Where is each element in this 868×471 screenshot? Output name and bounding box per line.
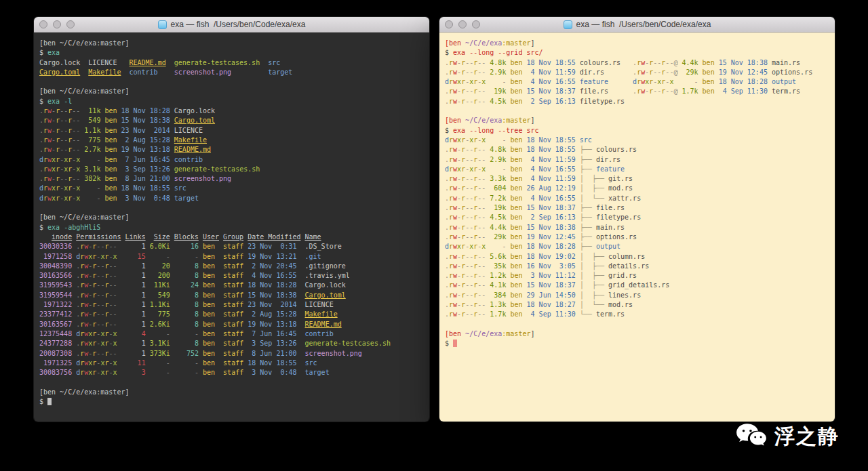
terminal-line: 20087308 .rw-r--r-- 1 373Ki 752 ben staf… <box>39 349 424 359</box>
terminal-content[interactable]: [ben ~/C/e/exa:master]$ exaCargo.lock LI… <box>34 33 429 422</box>
terminal-line: drwxr-xr-x - ben 4 Nov 16:55 ├── feature <box>445 165 829 174</box>
traffic-lights <box>39 20 75 28</box>
terminal-window-left[interactable]: exa — fish /Users/ben/Code/exa/exa [ben … <box>34 17 429 422</box>
terminal-line: inode Permissions Links Size Blocks User… <box>39 232 424 242</box>
terminal-line: $ <box>39 397 424 407</box>
terminal-line: .rw-r--r-- 384 ben 29 Jun 14:50 │ ├── li… <box>445 291 829 300</box>
terminal-line: 30083756 drwxr-xr-x 3 - - ben staff 3 No… <box>39 368 424 377</box>
terminal-line <box>39 377 424 387</box>
close-button[interactable] <box>39 20 47 28</box>
terminal-line: 1971322 .rw-r--r-- 1 1.1Ki 8 ben staff 2… <box>39 300 424 310</box>
terminal-line: drwxr-xr-x - ben 18 Nov 18:55 src <box>39 184 424 193</box>
terminal-line <box>39 203 424 213</box>
title-area: exa — fish /Users/ben/Code/exa/exa <box>564 20 711 29</box>
terminal-cursor <box>47 398 52 405</box>
terminal-line: [ben ~/C/e/exa:master] <box>445 329 829 339</box>
terminal-line: .rw-r--r-- 775 ben 2 Aug 15:28 Makefile <box>39 136 424 145</box>
terminal-line: $ exa -abghHliS <box>39 223 424 232</box>
terminal-line <box>445 320 829 329</box>
terminal-line: .rw-r--r-- 4.1k ben 15 Nov 18:37 │ ├── g… <box>445 281 829 290</box>
terminal-line: $ <box>445 339 829 348</box>
terminal-content[interactable]: [ben ~/C/e/exa:master]$ exa --long --gri… <box>439 33 835 422</box>
terminal-line: $ exa <box>39 48 424 58</box>
desktop: { "watermark": { "text": "浮之静" }, "windo… <box>0 0 868 471</box>
terminal-line: drwxr-xr-x - ben 18 Nov 18:28 ├── output <box>445 242 829 251</box>
terminal-line: .rw-r--r-- 4.4k ben 15 Nov 18:38 ├── mai… <box>445 223 829 232</box>
terminal-line: [ben ~/C/e/exa:master] <box>39 39 424 48</box>
watermark: 浮之静 <box>735 422 840 451</box>
terminal-doc-icon <box>158 20 167 29</box>
terminal-line: 12375448 drwxr-xr-x 4 - - ben staff 7 Ju… <box>39 329 424 339</box>
terminal-line: 30163566 .rw-r--r-- 1 200 8 ben staff 4 … <box>39 271 424 281</box>
traffic-lights <box>445 20 480 28</box>
terminal-line: Cargo.toml Makefile contrib screenshot.p… <box>39 68 424 77</box>
window-title: exa — fish /Users/ben/Code/exa/exa <box>171 20 306 29</box>
terminal-line: 24377288 .rwxr-xr-x 1 3.1Ki 8 ben staff … <box>39 339 424 348</box>
terminal-line: $ exa --long --grid src/ <box>445 48 829 58</box>
terminal-line: .rw-r--r-- 2.9k ben 4 Nov 11:59 dir.rs .… <box>445 68 829 77</box>
close-button[interactable] <box>445 20 453 28</box>
terminal-line: 1971325 drwxr-xr-x 11 - - ben staff 18 N… <box>39 359 424 368</box>
terminal-line: .rw-r--r-- 382k ben 8 Jun 21:00 screensh… <box>39 174 424 184</box>
terminal-line: .rwxr-xr-x 3.1k ben 3 Sep 13:26 generate… <box>39 165 424 174</box>
terminal-line: .rw-r--r-- 11k ben 18 Nov 18:28 Cargo.lo… <box>39 106 424 116</box>
wechat-icon <box>735 422 768 451</box>
terminal-line: .rw-r--r-- 2.9k ben 4 Nov 11:59 ├── dir.… <box>445 155 829 165</box>
terminal-line: 31959543 .rw-r--r-- 1 11Ki 24 ben staff … <box>39 281 424 290</box>
terminal-line: $ exa -l <box>39 97 424 106</box>
terminal-line: .rw-r--r-- 4.8k ben 18 Nov 18:55 ├── col… <box>445 145 829 155</box>
terminal-line: drwxr-xr-x - ben 18 Nov 18:55 src <box>445 136 829 145</box>
terminal-line: .rw-r--r-- 4.5k ben 2 Sep 16:13 filetype… <box>445 97 829 106</box>
terminal-line: drwxr-xr-x - ben 3 Nov 0:48 target <box>39 194 424 203</box>
terminal-line: .rw-r--r-- 604 ben 26 Aug 12:19 │ ├── mo… <box>445 184 829 193</box>
window-title: exa — fish /Users/ben/Code/exa/exa <box>576 20 711 29</box>
terminal-line: Cargo.lock LICENCE README.md generate-te… <box>39 58 424 68</box>
terminal-line: .rw-r--r-- 19k ben 15 Nov 18:37 ├── file… <box>445 203 829 213</box>
terminal-line: .rw-r--r-- 35k ben 16 Nov 3:05 │ ├── det… <box>445 262 829 271</box>
terminal-line: .rw-r--r-- 1.3k ben 18 Nov 18:27 │ └── m… <box>445 300 829 310</box>
terminal-line: [ben ~/C/e/exa:master] <box>445 39 829 48</box>
terminal-line <box>445 106 829 116</box>
terminal-line: 30163567 .rw-r--r-- 1 2.6Ki 8 ben staff … <box>39 320 424 329</box>
terminal-line: 30030336 .rw-r--r-- 1 6.0Ki 16 ben staff… <box>39 242 424 251</box>
minimize-button[interactable] <box>458 20 467 28</box>
terminal-line: .rw-r--r-- 5.6k ben 18 Nov 19:02 │ ├── c… <box>445 252 829 262</box>
title-area: exa — fish /Users/ben/Code/exa/exa <box>158 20 306 29</box>
terminal-line: [ben ~/C/e/exa:master] <box>445 116 829 125</box>
zoom-button[interactable] <box>472 20 480 28</box>
terminal-line: [ben ~/C/e/exa:master] <box>39 213 424 222</box>
terminal-line: [ben ~/C/e/exa:master] <box>39 388 424 397</box>
window-titlebar[interactable]: exa — fish /Users/ben/Code/exa/exa <box>34 17 429 33</box>
terminal-line: .rw-r--r-- 7.2k ben 4 Nov 16:55 │ └── xa… <box>445 194 829 203</box>
terminal-line: .rw-r--r-- 1.1k ben 23 Nov 2014 LICENCE <box>39 126 424 136</box>
terminal-line <box>39 77 424 87</box>
terminal-line: [ben ~/C/e/exa:master] <box>39 87 424 96</box>
terminal-line: 30048390 .rw-r--r-- 1 20 8 ben staff 2 N… <box>39 262 424 271</box>
terminal-line: .rw-r--r-- 549 ben 15 Nov 18:38 Cargo.to… <box>39 116 424 125</box>
terminal-line: 1971258 drwxr-xr-x 15 - - ben staff 19 N… <box>39 252 424 262</box>
terminal-line: .rw-r--r-- 29k ben 19 Nov 12:45 ├── opti… <box>445 232 829 242</box>
terminal-doc-icon <box>564 20 572 29</box>
terminal-line: 31959544 .rw-r--r-- 1 549 8 ben staff 15… <box>39 291 424 300</box>
terminal-line: 23377412 .rw-r--r-- 1 775 8 ben staff 2 … <box>39 310 424 319</box>
terminal-line: .rw-r--r-- 19k ben 15 Nov 18:37 file.rs … <box>445 87 829 96</box>
terminal-line: .rw-r--r-- 3.3k ben 4 Nov 11:59 │ ├── gi… <box>445 174 829 184</box>
terminal-line: .rw-r--r-- 4.8k ben 18 Nov 18:55 colours… <box>445 58 829 68</box>
terminal-window-right[interactable]: exa — fish /Users/ben/Code/exa/exa [ben … <box>439 17 835 422</box>
terminal-cursor <box>453 340 457 347</box>
terminal-line: $ exa --long --tree src <box>445 126 829 136</box>
minimize-button[interactable] <box>53 20 61 28</box>
watermark-text: 浮之静 <box>774 423 840 451</box>
terminal-line: .rw-r--r-- 1.7k ben 4 Sep 11:30 └── term… <box>445 310 829 319</box>
window-titlebar[interactable]: exa — fish /Users/ben/Code/exa/exa <box>439 17 835 33</box>
terminal-line: .rw-r--r-- 4.5k ben 2 Sep 16:13 ├── file… <box>445 213 829 222</box>
terminal-line: .rw-r--r-- 1.2k ben 3 Nov 11:12 │ ├── gr… <box>445 271 829 281</box>
zoom-button[interactable] <box>66 20 75 28</box>
terminal-line: drwxr-xr-x - ben 4 Nov 16:55 feature drw… <box>445 77 829 87</box>
terminal-line: drwxr-xr-x - ben 7 Jun 16:45 contrib <box>39 155 424 165</box>
terminal-line: .rw-r--r-- 2.7k ben 19 Nov 13:18 README.… <box>39 145 424 155</box>
